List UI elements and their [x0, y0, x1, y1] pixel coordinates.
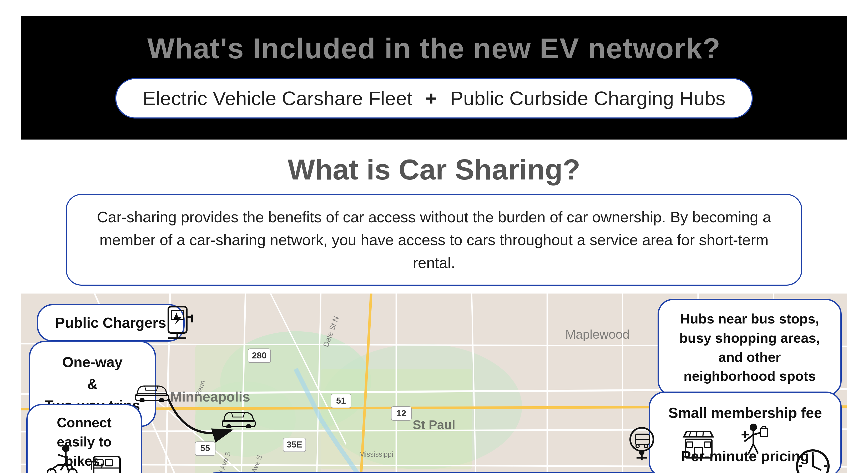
svg-line-61 — [61, 463, 66, 470]
hubs-label: Hubs near bus stops, busy shopping areas… — [679, 311, 820, 384]
svg-line-60 — [58, 454, 66, 457]
svg-rect-93 — [760, 428, 768, 437]
svg-rect-87 — [686, 442, 693, 447]
carsharing-desc-pill: Car-sharing provides the benefits of car… — [66, 194, 802, 285]
public-chargers-callout: Public Chargers — [37, 304, 185, 342]
charging-hubs-label: Public Curbside Charging Hubs — [450, 87, 725, 109]
carsharing-section: What is Car Sharing? Car-sharing provide… — [21, 139, 847, 294]
scooter-icon — [48, 444, 79, 473]
svg-rect-67 — [105, 460, 113, 466]
svg-point-52 — [140, 398, 145, 402]
carsharing-title: What is Car Sharing? — [288, 153, 580, 186]
ev-fleet-label: Electric Vehicle Carshare Fleet — [143, 87, 412, 109]
svg-line-85 — [703, 432, 703, 437]
svg-point-77 — [636, 445, 639, 448]
map-section: 280 51 55 35E 12 Minneapolis St Paul Map… — [21, 294, 847, 473]
pickup-callout: Pick up/drop off anywhere within 35 sq. … — [201, 472, 667, 473]
ev-charger-icon — [163, 304, 195, 347]
public-chargers-label: Public Chargers — [55, 314, 166, 331]
map-background: 280 51 55 35E 12 Minneapolis St Paul Map… — [21, 294, 847, 473]
svg-point-64 — [68, 469, 77, 473]
main-title: What's Included in the new EV network? — [147, 32, 721, 65]
svg-line-98 — [813, 466, 820, 470]
map-overlay: Public Chargers — [21, 294, 847, 473]
svg-point-89 — [750, 424, 757, 431]
svg-rect-65 — [94, 457, 120, 473]
bus-icon — [89, 451, 124, 473]
plus-icon: + — [426, 87, 437, 109]
bus-stop-icon — [626, 426, 658, 467]
ev-network-pill: Electric Vehicle Carshare Fleet + Public… — [115, 78, 753, 119]
bikes-callout: Connect easily to bikes, scooters and tr… — [26, 404, 142, 473]
svg-point-58 — [62, 445, 69, 452]
header-section: What's Included in the new EV network? E… — [21, 16, 847, 139]
svg-point-63 — [48, 469, 56, 473]
page-container: What's Included in the new EV network? E… — [0, 0, 868, 473]
svg-point-78 — [644, 445, 648, 448]
map-arrow — [147, 378, 252, 458]
svg-line-95 — [753, 444, 758, 453]
svg-line-94 — [749, 444, 753, 453]
svg-point-79 — [639, 450, 644, 455]
svg-rect-88 — [704, 442, 711, 447]
svg-line-62 — [66, 463, 68, 470]
hubs-callout: Hubs near bus stops, busy shopping areas… — [658, 299, 842, 396]
shop-icon — [681, 426, 715, 467]
svg-rect-86 — [694, 447, 703, 458]
carsharing-description: Car-sharing provides the benefits of car… — [93, 205, 775, 274]
svg-rect-66 — [96, 460, 103, 466]
svg-line-91 — [744, 435, 753, 441]
clock-icon — [794, 448, 831, 473]
shopper-icon — [739, 423, 768, 467]
